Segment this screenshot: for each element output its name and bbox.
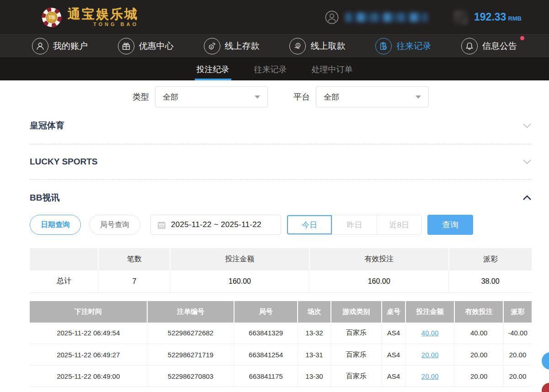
nav-promotions[interactable]: 优惠中心 [118,38,174,54]
nav-withdraw[interactable]: $ 线上取款 [289,38,345,54]
summary-total-row: 总计 7 160.00 160.00 38.00 [30,270,532,292]
chevron-down-icon [255,95,260,99]
chevron-down-icon[interactable] [522,123,532,128]
type-select-value: 全部 [163,92,178,102]
cell-order-number: 522986270803 [147,366,234,387]
summary-header-payout: 派彩 [449,248,532,270]
cell-round-number: 663841329 [234,323,298,344]
bell-icon [461,38,478,54]
summary-bet: 160.00 [170,270,309,292]
yesterday-button[interactable]: 昨日 [332,215,377,234]
col-valid-bet: 有效投注 [454,301,504,323]
balance-amount: 192.33 [474,11,506,23]
summary-count: 7 [98,270,170,292]
coin-icon-redacted [454,11,468,24]
bet-amount-link[interactable]: 20.00 [421,351,439,359]
summary-header-row: 笔数 投注金额 有效投注 派彩 [30,248,532,270]
section-title: BB视讯 [30,192,59,204]
nav-announcements[interactable]: 信息公告 [461,38,517,54]
summary-valid: 160.00 [309,270,449,292]
search-button[interactable]: 查询 [427,215,473,235]
balance-currency: RMB [508,15,522,22]
last-8-days-button[interactable]: 近8日 [377,215,421,234]
col-table-number: 桌号 [382,301,406,323]
tab-betting-records[interactable]: 投注纪录 [195,58,231,80]
cell-session: 13-32 [298,323,330,344]
date-query-button[interactable]: 日期查询 [30,215,81,235]
summary-header-blank [30,248,98,270]
cell-payout: 20.00 [503,344,532,366]
nav-label: 线上取款 [310,40,345,52]
col-session: 场次 [298,301,330,323]
brand-name-zh: 通宝娱乐城 [68,8,139,21]
tab-pending-orders[interactable]: 处理中订单 [310,58,355,80]
col-bet-amount: 投注金额 [405,301,454,323]
calendar-icon [157,221,166,229]
bet-records-table: 下注时间 注单编号 局号 场次 游戏类别 桌号 投注金额 有效投注 派彩 202… [30,301,532,387]
cell-bet-time: 2025-11-22 06:49:54 [30,323,147,344]
cell-valid-bet: 20.00 [454,344,504,366]
chevron-down-icon[interactable] [522,159,532,164]
nav-transaction-records[interactable]: 往来记录 [375,38,431,54]
cell-bet-time: 2025-11-22 06:49:27 [30,344,147,366]
cell-payout: -40.00 [503,323,532,344]
balance-display[interactable]: 192.33RMB [474,11,522,23]
cell-valid-bet: 40.00 [454,323,504,344]
withdraw-coin-hand-icon: $ [289,38,306,54]
chevron-up-icon[interactable] [522,195,532,201]
round-query-button[interactable]: 局号查询 [89,215,140,235]
nav-label: 线上存款 [225,40,260,52]
col-bet-time: 下注时间 [30,301,147,323]
section-bb-live[interactable]: BB视讯 [30,180,532,208]
col-payout: 派彩 [503,301,532,323]
table-row: 2025-11-22 06:49:27 522986271719 6638412… [30,344,532,366]
section-crown-sports[interactable]: 皇冠体育 [30,107,532,144]
date-range-input[interactable]: 2025-11-22 ~ 2025-11-22 [150,215,281,235]
nav-my-account[interactable]: 我的账户 [32,38,88,54]
nav-label: 我的账户 [53,40,88,52]
top-header: TB 通宝娱乐城 TONG BAO 192.33RMB [0,0,549,34]
deposit-coin-hand-icon: ¥ [204,38,220,54]
svg-text:$: $ [297,44,299,47]
cell-round-number: 663841254 [234,344,298,366]
user-avatar-icon[interactable] [325,11,339,24]
quick-date-group: 今日 昨日 近8日 [287,215,422,235]
today-button[interactable]: 今日 [287,215,332,234]
cell-table-number: AS4 [382,366,406,387]
record-tabs: 投注纪录 往来记录 处理中订单 [0,58,549,80]
section-title: 皇冠体育 [30,120,64,132]
records-header-row: 下注时间 注单编号 局号 场次 游戏类别 桌号 投注金额 有效投注 派彩 [30,301,532,323]
table-row: 2025-11-22 06:49:00 522986270803 6638411… [30,366,532,387]
tab-transaction-records[interactable]: 往来记录 [252,58,289,80]
cell-order-number: 522986271719 [147,344,234,366]
summary-header-count: 笔数 [98,248,170,270]
summary-header-valid: 有效投注 [309,248,449,270]
platform-select[interactable]: 全部 [316,86,429,107]
section-title: LUCKY SPORTS [30,157,98,167]
bet-amount-link[interactable]: 40.00 [421,329,439,337]
username-redacted[interactable] [345,13,427,22]
cell-game-type: 百家乐 [331,366,382,387]
nav-label: 优惠中心 [139,40,174,52]
cell-session: 13-31 [298,344,330,366]
cell-payout: 20.00 [503,366,532,387]
cell-round-number: 663841175 [234,366,298,387]
cell-game-type: 百家乐 [331,344,382,366]
records-clipboard-icon [375,38,392,54]
svg-text:TB: TB [48,15,55,20]
main-navigation: 我的账户 优惠中心 ¥ 线上存款 $ 线上取款 往来记录 信息公告 [0,34,549,58]
bet-amount-link[interactable]: 20.00 [421,372,439,380]
cell-valid-bet: 20.00 [454,366,504,387]
filter-row: 类型 全部 平台 全部 [30,86,532,107]
section-lucky-sports[interactable]: LUCKY SPORTS [30,144,532,180]
brand-logo[interactable]: TB 通宝娱乐城 TONG BAO [41,7,139,28]
gift-icon [118,38,134,54]
nav-deposit[interactable]: ¥ 线上存款 [204,38,260,54]
cell-bet-time: 2025-11-22 06:49:00 [30,366,147,387]
type-select[interactable]: 全部 [155,86,268,107]
notification-dot [520,36,524,40]
cell-table-number: AS4 [382,344,406,366]
platform-filter-label: 平台 [293,91,310,102]
col-round-number: 局号 [234,301,298,323]
date-range-value: 2025-11-22 ~ 2025-11-22 [171,220,261,229]
